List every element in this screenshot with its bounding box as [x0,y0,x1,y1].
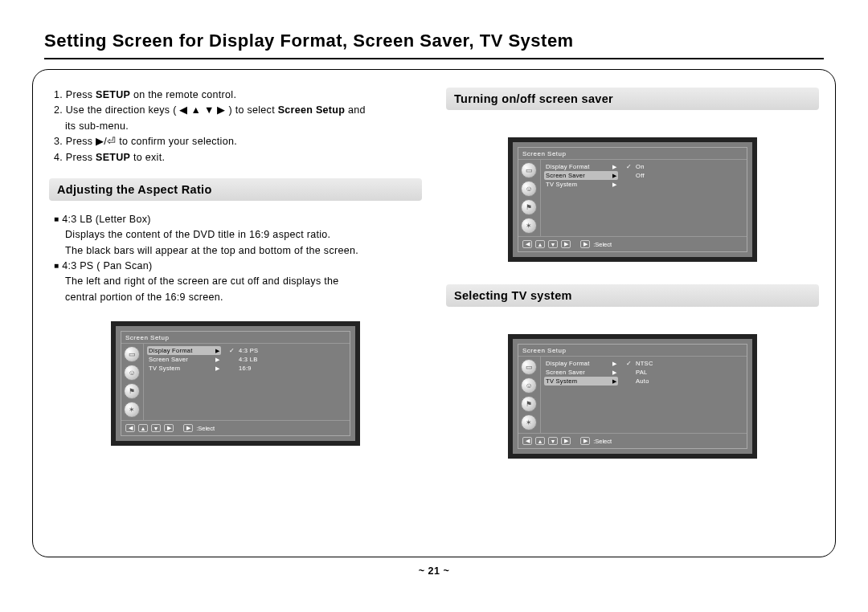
chevron-right-icon: ▶ [612,173,616,179]
instruction-list: 1. Press SETUP on the remote control. 2.… [49,88,422,165]
play-key-icon: ▶ [183,424,193,432]
down-key-icon: ▼ [548,437,558,445]
label: 16:9 [239,365,252,372]
instruction-4: 4. Press SETUP to exit. [54,150,422,165]
opt-pal: PAL [624,368,743,377]
osd-options: ✓NTSC PAL Auto [621,357,747,433]
screen-icon: ▭ [521,359,537,375]
up-key-icon: ▲ [138,424,148,432]
osd-inner: Screen Setup ▭ ☺ ⚑ ✶ Display Format▶ Scr… [121,331,350,436]
left-key-icon: ◀ [125,424,135,432]
text: 4:3 LB (Letter Box) [62,214,151,225]
page-number: ~ 21 ~ [0,565,868,577]
bullet-icon: ■ [54,261,59,270]
text: 4. Press [54,152,96,163]
text-bold: Screen Setup [278,104,346,116]
osd-options: ✓On Off [621,160,747,236]
opt-43ps: ✓4:3 PS [227,346,346,355]
aspect-lb-head: ■ 4:3 LB (Letter Box) [54,212,422,227]
up-key-icon: ▲ [535,240,545,248]
osd-icon-column: ▭ ☺ ⚑ ✶ [518,160,541,236]
menu-display-format: Display Format▶ [544,359,618,368]
osd-tv-wrap: Screen Setup ▭ ☺ ⚑ ✶ Display Format▶ Scr… [446,334,819,459]
screen-icon: ▭ [521,162,537,178]
up-key-icon: ▲ [535,437,545,445]
audio-icon: ☺ [521,181,537,197]
right-key-icon: ▶ [164,424,174,432]
label: Display Format [546,360,590,367]
osd-aspect-wrap: Screen Setup ▭ ☺ ⚑ ✶ Display Format▶ Scr… [49,321,422,446]
label: Screen Saver [546,369,585,376]
settings-icon: ✶ [521,218,537,234]
osd-title: Screen Setup [121,332,350,344]
osd-footer: ◀ ▲ ▼ ▶ ▶ :Select [518,236,747,251]
opt-on: ✓On [624,162,743,171]
text: 4:3 PS ( Pan Scan) [62,260,152,271]
label: 4:3 PS [239,347,258,354]
aspect-description: ■ 4:3 LB (Letter Box) Displays the conte… [49,212,422,305]
section-screen-saver: Turning on/off screen saver [446,88,819,110]
label: On [636,163,645,170]
label: Display Format [149,347,193,354]
label: 4:3 LB [239,356,257,363]
instruction-2: 2. Use the direction keys ( ◀ ▲ ▼ ▶ ) to… [54,103,422,118]
section-tv-system: Selecting TV system [446,284,819,307]
left-key-icon: ◀ [522,240,532,248]
instruction-2-sub: its sub-menu. [54,119,422,134]
label: NTSC [636,360,653,367]
settings-icon: ✶ [124,402,140,418]
text: Displays the content of the DVD title in… [54,227,422,243]
audio-icon: ☺ [521,377,537,394]
right-key-icon: ▶ [561,240,571,248]
menu-display-format: Display Format▶ [147,346,221,355]
osd-saver-wrap: Screen Setup ▭ ☺ ⚑ ✶ Display Format▶ Scr… [446,137,819,262]
select-label: :Select [196,425,215,432]
osd-menu: Display Format▶ Screen Saver▶ TV System▶ [144,344,224,420]
osd-title: Screen Setup [518,148,747,160]
down-key-icon: ▼ [548,240,558,248]
text: The left and right of the screen are cut… [54,274,422,289]
opt-ntsc: ✓NTSC [624,359,743,368]
text: 1. Press [54,89,96,100]
osd-footer: ◀ ▲ ▼ ▶ ▶ :Select [121,420,350,435]
check-icon: ✓ [626,163,633,170]
menu-tv-system: TV System▶ [544,377,618,386]
label: Screen Saver [149,356,188,363]
label: Screen Saver [546,172,585,179]
chevron-right-icon: ▶ [612,182,616,188]
left-column: 1. Press SETUP on the remote control. 2.… [49,88,422,549]
bullet-icon: ■ [54,214,59,223]
opt-off: Off [624,171,743,180]
section-aspect-ratio: Adjusting the Aspect Ratio [49,178,422,201]
aspect-ps-head: ■ 4:3 PS ( Pan Scan) [54,259,422,274]
osd-options: ✓4:3 PS 4:3 LB 16:9 [224,344,350,420]
page-title: Setting Screen for Display Format, Scree… [0,0,868,58]
menu-display-format: Display Format▶ [544,162,618,171]
menu-screen-saver: Screen Saver▶ [544,368,618,377]
text-bold: SETUP [96,152,130,163]
osd-tv: Screen Setup ▭ ☺ ⚑ ✶ Display Format▶ Scr… [508,334,757,459]
lock-icon: ⚑ [521,396,537,412]
menu-tv-system: TV System▶ [544,180,618,189]
left-key-icon: ◀ [522,437,532,445]
chevron-right-icon: ▶ [612,369,616,376]
content-frame: 1. Press SETUP on the remote control. 2.… [32,69,836,557]
text-bold: SETUP [96,89,130,100]
select-label: :Select [593,438,612,445]
chevron-right-icon: ▶ [612,164,616,170]
osd-icon-column: ▭ ☺ ⚑ ✶ [121,344,144,420]
osd-aspect: Screen Setup ▭ ☺ ⚑ ✶ Display Format▶ Scr… [111,321,360,446]
opt-43lb: 4:3 LB [227,355,346,364]
label: TV System [149,365,180,372]
chevron-right-icon: ▶ [612,361,616,367]
osd-title: Screen Setup [518,345,747,357]
osd-menu: Display Format▶ Screen Saver▶ TV System▶ [541,357,621,433]
check-icon: ✓ [626,360,633,367]
screen-icon: ▭ [124,346,140,362]
lock-icon: ⚑ [521,199,537,215]
menu-tv-system: TV System▶ [147,364,221,373]
chevron-right-icon: ▶ [215,357,219,363]
text: The black bars will appear at the top an… [54,243,422,259]
label: TV System [546,377,577,385]
text: 2. Use the direction keys ( ◀ ▲ ▼ ▶ ) to… [54,104,278,116]
